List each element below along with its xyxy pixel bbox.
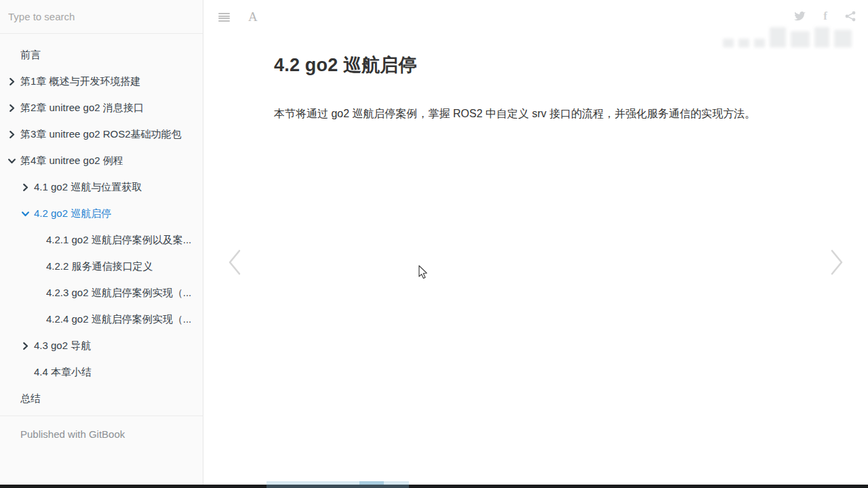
font-settings-icon[interactable]: A xyxy=(248,9,258,24)
sidebar-item-label: 第1章 概述与开发环境搭建 xyxy=(20,75,141,88)
sidebar-item-label: 前言 xyxy=(20,49,41,62)
sidebar: 前言第1章 概述与开发环境搭建第2章 unitree go2 消息接口第3章 u… xyxy=(0,0,203,485)
twitter-icon[interactable] xyxy=(794,12,806,22)
sidebar-item[interactable]: 第3章 unitree go2 ROS2基础功能包 xyxy=(0,121,203,148)
sidebar-item-label: 4.4 本章小结 xyxy=(34,366,92,379)
sidebar-item-label: 第2章 unitree go2 消息接口 xyxy=(20,102,144,115)
mouse-cursor xyxy=(418,265,429,279)
sidebar-item[interactable]: 4.1 go2 巡航与位置获取 xyxy=(0,174,203,201)
sidebar-nav: 前言第1章 概述与开发环境搭建第2章 unitree go2 消息接口第3章 u… xyxy=(0,34,203,412)
sidebar-item[interactable]: 第4章 unitree go2 例程 xyxy=(0,148,203,174)
gitbook-page: 前言第1章 概述与开发环境搭建第2章 unitree go2 消息接口第3章 u… xyxy=(0,0,868,488)
prev-page-button[interactable] xyxy=(226,248,243,277)
chevron-right-icon[interactable] xyxy=(22,184,34,191)
sidebar-footer: Published with GitBook xyxy=(0,415,203,441)
sidebar-item[interactable]: 4.2.1 go2 巡航启停案例以及案... xyxy=(0,227,203,253)
sidebar-item-label: 4.2 go2 巡航启停 xyxy=(34,207,111,220)
next-page-button[interactable] xyxy=(829,248,845,277)
share-icon[interactable] xyxy=(845,11,856,22)
sidebar-item[interactable]: 第1章 概述与开发环境搭建 xyxy=(0,68,203,95)
sidebar-item-label: 4.2.3 go2 巡航启停案例实现（... xyxy=(46,287,191,300)
sidebar-item[interactable]: 第2章 unitree go2 消息接口 xyxy=(0,95,203,121)
chevron-down-icon[interactable] xyxy=(8,157,20,165)
article: 4.2 go2 巡航启停 本节将通过 go2 巡航启停案例，掌握 ROS2 中自… xyxy=(274,53,796,123)
sidebar-item-label: 4.2.2 服务通信接口定义 xyxy=(46,260,153,273)
video-watermark xyxy=(723,19,859,47)
video-progress-bar[interactable] xyxy=(0,485,868,488)
sidebar-item[interactable]: 4.2 go2 巡航启停 xyxy=(0,201,203,227)
sidebar-item-label: 第3章 unitree go2 ROS2基础功能包 xyxy=(20,128,182,141)
sidebar-item[interactable]: 4.4 本章小结 xyxy=(0,359,203,386)
search-box xyxy=(0,0,203,34)
share-buttons: f xyxy=(794,9,856,23)
page-paragraph: 本节将通过 go2 巡航启停案例，掌握 ROS2 中自定义 srv 接口的流程，… xyxy=(274,104,796,123)
sidebar-item-label: 4.1 go2 巡航与位置获取 xyxy=(34,181,142,194)
sidebar-item[interactable]: 前言 xyxy=(0,42,203,68)
sidebar-item-label: 4.2.1 go2 巡航启停案例以及案... xyxy=(46,234,191,247)
sidebar-item[interactable]: 4.2.2 服务通信接口定义 xyxy=(0,253,203,280)
chevron-right-icon[interactable] xyxy=(8,104,20,112)
sidebar-item-label: 第4章 unitree go2 例程 xyxy=(20,155,123,167)
toggle-sidebar-hamburger-icon[interactable] xyxy=(218,13,230,22)
page-title: 4.2 go2 巡航启停 xyxy=(274,53,796,77)
sidebar-item[interactable]: 4.2.4 go2 巡航启停案例实现（... xyxy=(0,306,203,333)
search-input[interactable] xyxy=(8,11,195,22)
sidebar-item[interactable]: 4.2.3 go2 巡航启停案例实现（... xyxy=(0,280,203,306)
chevron-right-icon[interactable] xyxy=(22,342,34,350)
sidebar-item-label: 4.2.4 go2 巡航启停案例实现（... xyxy=(46,313,191,326)
chevron-down-icon[interactable] xyxy=(22,210,34,218)
sidebar-item[interactable]: 4.3 go2 导航 xyxy=(0,333,203,359)
sidebar-item-label: 4.3 go2 导航 xyxy=(34,340,91,352)
facebook-icon[interactable]: f xyxy=(823,9,827,23)
sidebar-item-label: 总结 xyxy=(20,392,41,405)
chevron-right-icon[interactable] xyxy=(8,131,20,138)
published-with-gitbook-link[interactable]: Published with GitBook xyxy=(20,428,125,440)
chevron-right-icon[interactable] xyxy=(8,78,20,85)
sidebar-item[interactable]: 总结 xyxy=(0,386,203,412)
